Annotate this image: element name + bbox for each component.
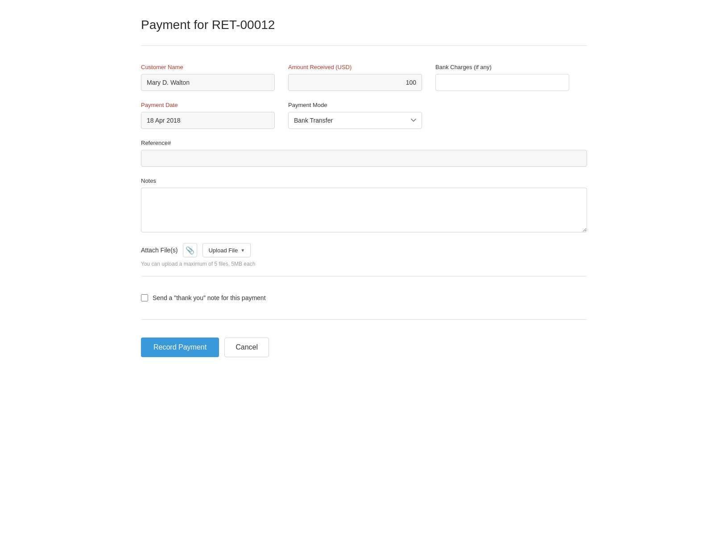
- attach-files-row: Attach File(s) 📎 Upload File ▼: [141, 243, 587, 257]
- notes-group: Notes: [141, 177, 587, 232]
- payment-date-label: Payment Date: [141, 102, 275, 108]
- customer-name-input[interactable]: [141, 74, 275, 91]
- top-divider: [141, 45, 587, 46]
- record-payment-button[interactable]: Record Payment: [141, 338, 219, 357]
- payment-date-input[interactable]: [141, 112, 275, 129]
- customer-name-group: Customer Name: [141, 64, 275, 91]
- form-row-2: Payment Date Payment Mode Bank Transfer …: [141, 102, 587, 129]
- attach-files-hint: You can upload a maximum of 5 files, 5MB…: [141, 261, 587, 267]
- attach-files-section: Attach File(s) 📎 Upload File ▼ You can u…: [141, 243, 587, 267]
- form-row-1: Customer Name Amount Received (USD) Bank…: [141, 64, 587, 91]
- upload-file-label: Upload File: [208, 247, 238, 254]
- form-row-4: Notes: [141, 177, 587, 232]
- payment-mode-group: Payment Mode Bank Transfer Cash Check Cr…: [288, 102, 422, 129]
- middle-divider: [141, 276, 587, 276]
- notes-label: Notes: [141, 177, 587, 184]
- payment-mode-select[interactable]: Bank Transfer Cash Check Credit Card Ban…: [288, 112, 422, 129]
- customer-name-label: Customer Name: [141, 64, 275, 70]
- attach-files-label: Attach File(s): [141, 247, 178, 254]
- payment-date-group: Payment Date: [141, 102, 275, 129]
- thank-you-checkbox[interactable]: [141, 294, 148, 301]
- page-title: Payment for RET-00012: [141, 18, 587, 32]
- reference-input[interactable]: [141, 150, 587, 167]
- action-buttons: Record Payment Cancel: [141, 329, 587, 366]
- amount-received-input[interactable]: [288, 74, 422, 91]
- paperclip-icon: 📎: [186, 246, 194, 255]
- cancel-button[interactable]: Cancel: [224, 338, 269, 357]
- upload-file-button[interactable]: Upload File ▼: [203, 243, 251, 257]
- notes-textarea[interactable]: [141, 188, 587, 232]
- bank-charges-input[interactable]: [435, 74, 569, 91]
- thank-you-label[interactable]: Send a "thank you" note for this payment: [153, 294, 266, 301]
- reference-label: Reference#: [141, 140, 587, 146]
- reference-group: Reference#: [141, 140, 587, 167]
- bank-charges-group: Bank Charges (if any): [435, 64, 569, 91]
- chevron-down-icon: ▼: [240, 248, 245, 253]
- bottom-divider: [141, 319, 587, 320]
- form-row-3: Reference#: [141, 140, 587, 167]
- attach-icon-button[interactable]: 📎: [183, 243, 197, 257]
- amount-received-label: Amount Received (USD): [288, 64, 422, 70]
- payment-form: Customer Name Amount Received (USD) Bank…: [141, 55, 587, 375]
- amount-received-group: Amount Received (USD): [288, 64, 422, 91]
- bank-charges-label: Bank Charges (if any): [435, 64, 569, 70]
- payment-mode-label: Payment Mode: [288, 102, 422, 108]
- thank-you-section: Send a "thank you" note for this payment: [141, 285, 587, 310]
